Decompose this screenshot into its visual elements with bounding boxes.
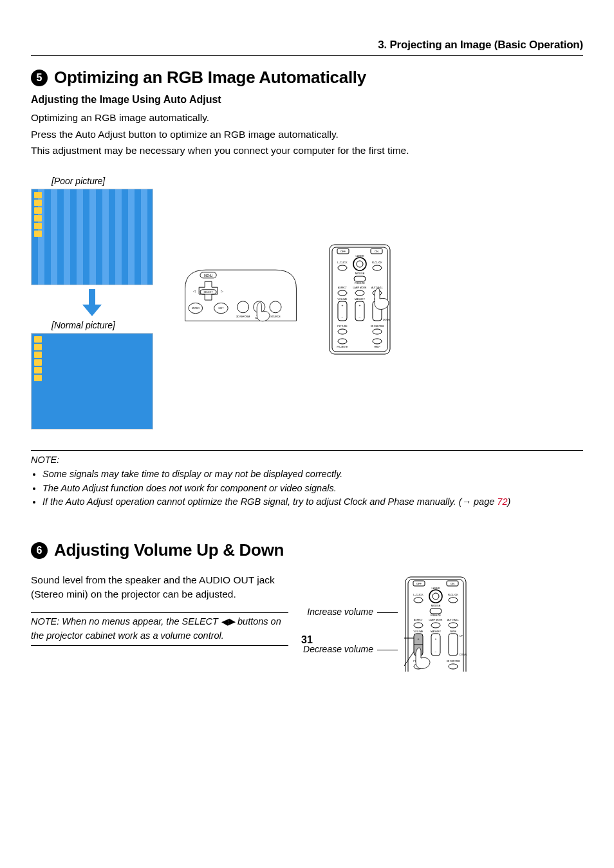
- svg-text:ON: ON: [375, 250, 378, 253]
- svg-text:R-CLICK: R-CLICK: [448, 593, 458, 596]
- note-bullet-3: If the Auto Adjust operation cannot opti…: [42, 495, 583, 509]
- svg-text:−: −: [359, 315, 361, 319]
- page-number: 31: [0, 634, 614, 646]
- exit-label: EXIT: [218, 307, 224, 310]
- svg-point-60: [433, 593, 439, 599]
- svg-point-21: [373, 265, 382, 270]
- svg-text:PAGE: PAGE: [450, 630, 456, 633]
- increase-volume-label: Increase volume: [307, 607, 398, 617]
- note-block: NOTE: Some signals may take time to disp…: [31, 450, 583, 509]
- svg-point-19: [338, 265, 347, 270]
- control-panel-figure: MENU SELECT ◁ ▷ ENTER EXIT 3D REFORM AUT…: [183, 265, 299, 326]
- svg-text:3D REFORM: 3D REFORM: [371, 325, 384, 328]
- section5-title: Optimizing an RGB Image Automatically: [54, 68, 366, 88]
- svg-text:DOWN: DOWN: [460, 654, 467, 656]
- source-label: SOURCE: [270, 316, 281, 318]
- section6-number-badge: 6: [31, 542, 48, 559]
- svg-point-59: [429, 590, 442, 603]
- section6-p1: Sound level from the speaker and the AUD…: [31, 573, 288, 601]
- svg-point-72: [431, 623, 440, 628]
- svg-point-17: [353, 258, 366, 270]
- chapter-header: 3. Projecting an Image (Basic Operation): [31, 39, 583, 56]
- svg-point-48: [338, 339, 347, 344]
- svg-text:LAMP MODE: LAMP MODE: [429, 619, 443, 621]
- svg-text:FREEZE: FREEZE: [431, 614, 441, 617]
- section6-title-row: 6 Adjusting Volume Up & Down: [31, 540, 583, 560]
- normal-picture-image: [31, 333, 153, 429]
- svg-text:ASPECT: ASPECT: [338, 287, 348, 289]
- svg-point-63: [449, 598, 458, 603]
- svg-point-50: [373, 339, 382, 344]
- svg-text:−: −: [342, 315, 344, 319]
- page-link-72[interactable]: 72: [497, 496, 507, 507]
- enter-label: ENTER: [192, 307, 200, 310]
- svg-text:L-CLICK: L-CLICK: [413, 593, 423, 596]
- section5-number-badge: 5: [31, 70, 48, 86]
- select-label: SELECT: [204, 291, 214, 294]
- svg-text:MAGNIFY: MAGNIFY: [355, 298, 366, 301]
- svg-point-9: [270, 301, 281, 313]
- svg-rect-24: [354, 276, 366, 281]
- svg-text:ON: ON: [451, 582, 454, 585]
- svg-text:ASPECT: ASPECT: [414, 619, 423, 621]
- section5-p3: This adjustment may be necessary when yo…: [31, 144, 583, 158]
- svg-point-30: [355, 290, 364, 296]
- svg-rect-66: [430, 609, 442, 614]
- menu-label: MENU: [204, 274, 212, 278]
- svg-text:+: +: [342, 303, 344, 307]
- svg-text:MAGNIFY: MAGNIFY: [431, 630, 442, 633]
- label-normal-picture: [Normal picture]: [51, 320, 115, 330]
- svg-text:MOUSE: MOUSE: [431, 604, 441, 607]
- svg-point-71: [414, 623, 423, 628]
- svg-text:VOLUME: VOLUME: [414, 630, 423, 633]
- svg-text:+: +: [359, 303, 361, 307]
- reform-label: 3D REFORM: [236, 316, 250, 318]
- section5-p1: Optimizing an RGB image automatically.: [31, 111, 583, 125]
- svg-point-46: [338, 329, 347, 334]
- svg-point-6: [237, 301, 249, 313]
- svg-point-29: [338, 290, 347, 296]
- svg-point-61: [414, 598, 423, 603]
- svg-text:▷: ▷: [221, 289, 223, 293]
- svg-text:L-CLICK: L-CLICK: [337, 261, 348, 264]
- svg-point-73: [449, 623, 458, 628]
- section5-p2: Press the Auto Adjust button to optimize…: [31, 127, 583, 142]
- section5-subtitle: Adjusting the Image Using Auto Adjust: [31, 94, 583, 106]
- note-label: NOTE:: [31, 453, 583, 467]
- svg-text:LAMP MODE: LAMP MODE: [353, 287, 367, 289]
- section5-title-row: 5 Optimizing an RGB Image Automatically: [31, 68, 583, 88]
- arrow-down-icon: [82, 289, 102, 316]
- svg-text:OFF: OFF: [416, 582, 422, 585]
- svg-point-18: [357, 261, 363, 267]
- svg-text:FREEZE: FREEZE: [355, 281, 365, 285]
- svg-text:PIC-MUTE: PIC-MUTE: [337, 346, 349, 348]
- svg-text:3D REFORM: 3D REFORM: [447, 660, 460, 663]
- volume-remote-figure: Increase volume Decrease volume OFF ON L…: [303, 576, 467, 672]
- svg-text:−: −: [435, 650, 437, 654]
- pictures-column: [Poor picture] [Normal picture]: [31, 176, 153, 429]
- label-poor-picture: [Poor picture]: [51, 176, 105, 186]
- svg-text:MOUSE: MOUSE: [355, 272, 365, 275]
- note-bullet-1: Some signals may take time to display or…: [42, 467, 583, 482]
- svg-text:R-CLICK: R-CLICK: [372, 261, 382, 264]
- svg-text:OFF: OFF: [340, 250, 346, 253]
- poor-picture-image: [31, 189, 153, 285]
- left-right-triangle-icon: ◀▶: [221, 616, 235, 627]
- svg-text:PICTURE: PICTURE: [337, 325, 348, 328]
- section6-title: Adjusting Volume Up & Down: [54, 540, 284, 560]
- figures-row: [Poor picture] [Normal picture] MENU SEL…: [31, 176, 583, 429]
- svg-text:◁: ◁: [193, 289, 196, 293]
- remote-figure-1: OFF ON LASER L-CLICK R-CLICK MOUSE FREEZ…: [328, 243, 391, 359]
- svg-text:AUTO ADJ.: AUTO ADJ.: [447, 619, 459, 621]
- note-bullet-2: The Auto Adjust function does not work f…: [42, 482, 583, 496]
- svg-point-90: [449, 664, 458, 669]
- svg-text:DOWN: DOWN: [383, 319, 391, 321]
- svg-point-47: [373, 329, 382, 334]
- svg-text:HELP: HELP: [374, 346, 380, 348]
- svg-text:VOLUME: VOLUME: [338, 298, 348, 301]
